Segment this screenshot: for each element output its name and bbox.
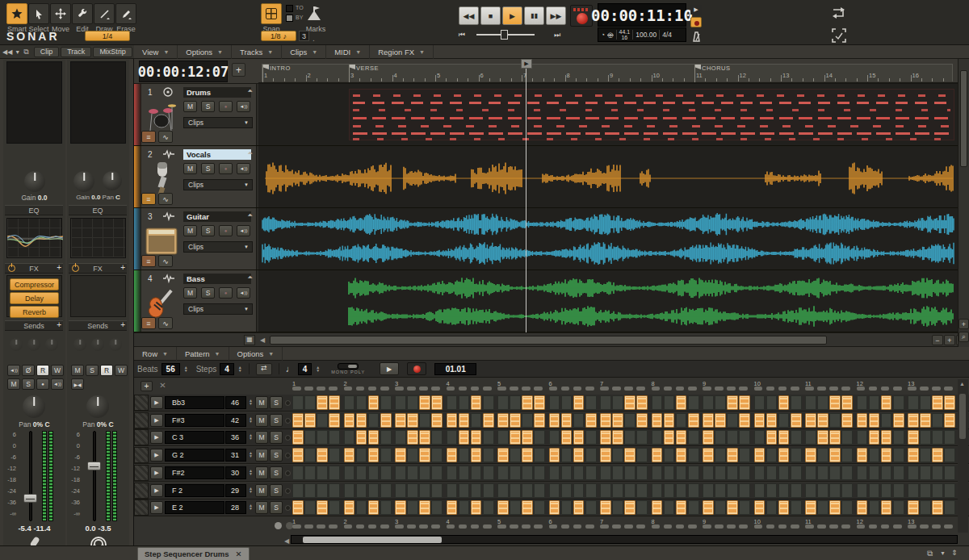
step-cell[interactable] (483, 466, 494, 480)
stepseq-hscrollbar[interactable] (291, 535, 958, 544)
step-cell[interactable] (703, 430, 714, 445)
track-layers-icon[interactable]: ≡ (141, 131, 156, 143)
marks-icon[interactable] (305, 5, 323, 23)
track-automation-icon[interactable]: ∿ (158, 131, 173, 143)
step-cell[interactable] (419, 395, 430, 410)
step-cell[interactable] (600, 448, 611, 462)
send-knob-2[interactable] (27, 338, 40, 351)
zoom-out-icon[interactable]: − (932, 335, 943, 345)
draw-resolution-dropdown[interactable]: 1/4 (85, 31, 130, 41)
step-cell[interactable] (893, 466, 904, 480)
step-cell[interactable] (652, 448, 663, 462)
step-cell[interactable] (573, 483, 585, 498)
step-cell[interactable] (664, 413, 675, 428)
step-cell[interactable] (356, 395, 367, 410)
row-dot-1[interactable] (285, 453, 291, 458)
step-cell[interactable] (522, 500, 533, 515)
step-cell[interactable] (778, 483, 790, 498)
row-dot-1[interactable] (285, 400, 291, 406)
step-cell[interactable] (857, 413, 868, 428)
step-cell[interactable] (944, 430, 955, 445)
add-track-button[interactable]: + (232, 63, 245, 77)
step-cell[interactable] (688, 430, 699, 445)
step-cell[interactable] (881, 430, 892, 445)
step-cell[interactable] (881, 448, 892, 462)
step-cell[interactable] (534, 448, 545, 462)
step-cell[interactable] (893, 483, 904, 498)
step-cell[interactable] (703, 483, 714, 498)
track-minimize-icon[interactable]: ⏶ (248, 149, 253, 157)
strip-btn-ø[interactable]: Ø (22, 365, 35, 376)
pan-knob[interactable] (103, 171, 122, 190)
stepseq-menu-options[interactable]: Options▼ (229, 347, 283, 361)
step-cell[interactable] (329, 430, 340, 445)
step-cell[interactable] (893, 395, 904, 410)
step-cell[interactable] (483, 500, 494, 515)
volume-fader-slot[interactable] (29, 431, 32, 521)
scrub-slider-thumb[interactable] (501, 30, 508, 40)
step-cell[interactable] (636, 466, 648, 480)
step-cell[interactable] (459, 430, 470, 445)
row-solo-button[interactable]: S (270, 484, 283, 497)
track-clips-dropdown[interactable]: Clips▼ (183, 117, 253, 128)
step-cell[interactable] (419, 430, 430, 445)
step-cell[interactable] (857, 466, 868, 480)
track-layers-icon[interactable]: ≡ (141, 193, 156, 205)
step-cell[interactable] (585, 395, 597, 410)
row-velocity-spinner[interactable]: ▲▼ (249, 451, 253, 458)
step-cell[interactable] (766, 483, 778, 498)
step-cell[interactable] (636, 430, 648, 445)
stepseq-record-button[interactable] (407, 362, 426, 375)
step-cell[interactable] (585, 483, 597, 498)
row-solo-button[interactable]: S (270, 431, 283, 444)
collapse-icon[interactable]: ◀◀ (2, 48, 12, 56)
step-cell[interactable] (829, 395, 841, 410)
step-cell[interactable] (549, 466, 560, 480)
step-cell[interactable] (739, 500, 750, 515)
stepseq-play-button[interactable]: ▶ (380, 362, 399, 375)
menu-midi[interactable]: MIDI▼ (326, 45, 370, 59)
step-cell[interactable] (317, 466, 328, 480)
stepseq-hscroll-thumb[interactable] (303, 537, 442, 543)
step-cell[interactable] (791, 466, 802, 480)
step-cell[interactable] (908, 395, 919, 410)
strip-btn-r[interactable]: R (100, 365, 113, 376)
track-clips-lane[interactable] (258, 84, 958, 145)
step-cell[interactable] (292, 413, 304, 428)
step-cell[interactable] (932, 466, 943, 480)
track-btn-mute[interactable]: M (183, 101, 197, 112)
step-cell[interactable] (766, 395, 778, 410)
track-minimize-icon[interactable]: ⏶ (248, 87, 253, 95)
step-cell[interactable] (715, 500, 726, 515)
strip-btn2-m[interactable]: M (7, 378, 20, 390)
step-cell[interactable] (483, 413, 494, 428)
stepseq-vscroll-thumb[interactable] (959, 394, 966, 439)
step-cell[interactable] (419, 448, 430, 462)
step-cell[interactable] (688, 413, 699, 428)
move-tool-button[interactable] (50, 3, 71, 24)
track-btn-solo[interactable]: S (201, 101, 215, 112)
track-name[interactable]: Guitar (183, 211, 251, 222)
step-cell[interactable] (534, 466, 545, 480)
send-knob-2[interactable] (91, 338, 104, 351)
track-automation-icon[interactable]: ∿ (158, 317, 173, 329)
step-cell[interactable] (739, 413, 750, 428)
row-velocity[interactable]: 29 (225, 484, 246, 497)
step-cell[interactable] (483, 483, 494, 498)
step-cell[interactable] (304, 413, 316, 428)
step-cell[interactable] (841, 448, 853, 462)
step-cell[interactable] (727, 483, 738, 498)
step-cell[interactable] (419, 413, 430, 428)
sends-add-icon[interactable]: + (57, 320, 61, 329)
step-cell[interactable] (739, 395, 750, 410)
step-cell[interactable] (534, 483, 545, 498)
now-time-display[interactable]: 00:00:12:07 (139, 61, 228, 82)
track-automation-icon[interactable]: ∿ (158, 255, 173, 267)
step-cell[interactable] (817, 430, 828, 445)
step-cell[interactable] (652, 483, 663, 498)
loop-icon[interactable] (830, 4, 848, 22)
step-cell[interactable] (368, 413, 380, 428)
step-cell[interactable] (329, 483, 340, 498)
snap-by-checkbox[interactable] (286, 15, 293, 22)
volume-fader-thumb[interactable] (23, 494, 37, 503)
